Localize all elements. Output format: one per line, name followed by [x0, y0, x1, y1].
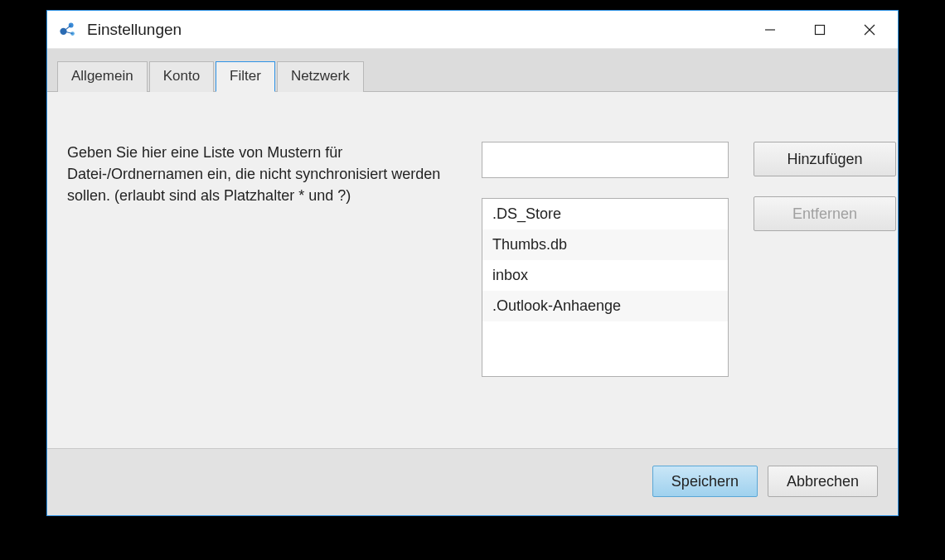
- list-item[interactable]: inbox: [482, 260, 728, 291]
- tab-netzwerk[interactable]: Netzwerk: [277, 61, 364, 92]
- maximize-button[interactable]: [795, 12, 845, 48]
- cancel-button[interactable]: Abbrechen: [768, 466, 878, 497]
- window-title: Einstellungen: [87, 21, 745, 39]
- filter-buttons-column: Hinzufügen Entfernen: [754, 142, 896, 423]
- close-button[interactable]: [845, 12, 894, 48]
- titlebar: Einstellungen: [47, 11, 898, 49]
- pattern-list[interactable]: .DS_Store Thumbs.db inbox .Outlook-Anhae…: [482, 198, 729, 377]
- remove-button[interactable]: Entfernen: [754, 196, 896, 231]
- app-icon: [59, 21, 77, 39]
- tab-allgemein[interactable]: Allgemein: [57, 61, 148, 92]
- list-item-empty[interactable]: [482, 321, 728, 352]
- tab-filter[interactable]: Filter: [216, 61, 275, 92]
- filter-description: Geben Sie hier eine Liste von Mustern fü…: [67, 142, 457, 423]
- settings-window: Einstellungen Allgemein Konto Filter Net…: [46, 10, 899, 516]
- list-item[interactable]: .Outlook-Anhaenge: [482, 291, 728, 321]
- tabbar: Allgemein Konto Filter Netzwerk: [47, 49, 898, 92]
- pattern-input[interactable]: [482, 142, 729, 178]
- minimize-button[interactable]: [745, 12, 795, 48]
- save-button[interactable]: Speichern: [652, 466, 758, 497]
- filter-inputs-column: .DS_Store Thumbs.db inbox .Outlook-Anhae…: [482, 142, 729, 423]
- add-button[interactable]: Hinzufügen: [754, 142, 896, 176]
- content-area: Geben Sie hier eine Liste von Mustern fü…: [47, 92, 898, 448]
- svg-rect-6: [816, 25, 825, 34]
- window-controls: [745, 12, 894, 48]
- dialog-footer: Speichern Abbrechen: [47, 448, 898, 515]
- list-item[interactable]: .DS_Store: [482, 199, 728, 229]
- tab-konto[interactable]: Konto: [149, 61, 214, 92]
- list-item[interactable]: Thumbs.db: [482, 229, 728, 260]
